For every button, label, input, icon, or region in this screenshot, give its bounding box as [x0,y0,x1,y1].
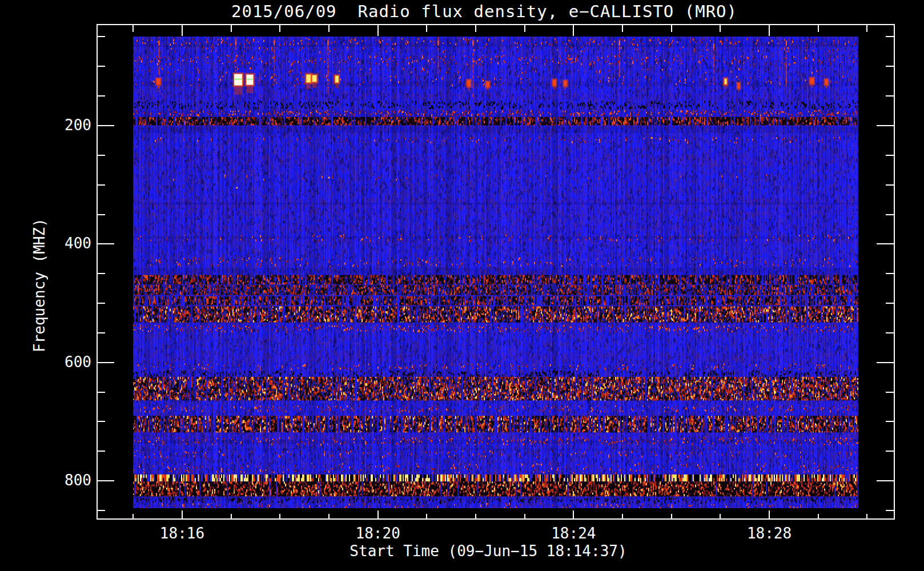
axis-tick [886,303,894,304]
axis-tick [97,421,105,422]
axis-tick [182,510,183,520]
axis-tick [97,66,105,67]
axis-tick [97,214,105,215]
axis-tick [97,184,105,186]
axis-tick [622,25,623,32]
axis-tick [524,25,525,32]
axis-tick [886,66,894,67]
axis-tick [769,510,770,520]
axis-tick [886,155,894,156]
axis-tick [182,25,183,36]
axis-tick [97,451,105,452]
axis-tick [886,184,894,186]
axis-tick [877,362,894,363]
x-tick-label: 18:24 [539,525,608,542]
axis-tick [328,25,330,32]
axis-tick [886,273,894,274]
axis-tick [877,243,894,244]
axis-tick [97,303,105,304]
axis-tick [769,25,770,36]
axis-tick [97,362,114,363]
axis-tick [524,514,525,520]
axis-tick [279,514,280,520]
axis-tick [97,155,105,156]
axis-tick [97,273,105,274]
axis-tick [886,451,894,452]
y-tick-label: 200 [32,116,91,134]
x-tick-label: 18:16 [148,525,216,542]
axis-tick [132,514,134,520]
axis-tick [97,36,105,37]
axis-tick [886,421,894,422]
axis-tick [671,25,672,32]
x-tick-label: 18:28 [735,525,804,542]
y-tick-label: 800 [32,472,91,489]
axis-tick [377,510,379,520]
axis-tick [231,25,232,32]
spectrogram-plot: 2015/06/09 Radio flux density, e−CALLIST… [0,0,924,571]
axis-tick [328,514,330,520]
axis-tick [818,25,819,32]
plot-frame [97,24,895,520]
axis-tick [720,25,721,32]
y-axis-title: Frequency (MHZ) [30,200,49,371]
axis-tick [886,36,894,37]
axis-tick [231,514,232,520]
axis-tick [573,25,574,36]
x-tick-label: 18:20 [344,525,412,542]
axis-tick [426,514,427,520]
axis-tick [877,125,894,126]
axis-tick [886,95,894,96]
axis-tick [622,514,623,520]
axis-tick [97,480,114,481]
axis-tick [279,25,280,32]
axis-tick [877,480,894,481]
axis-tick [97,125,114,126]
axis-tick [475,514,476,520]
axis-tick [720,514,721,520]
axis-tick [866,25,867,32]
axis-tick [97,392,105,393]
axis-tick [97,332,105,333]
axis-tick [886,510,894,511]
axis-tick [671,514,672,520]
axis-tick [377,25,379,36]
x-axis-title: Start Time (09−Jun−15 18:14:37) [97,542,879,560]
axis-tick [886,392,894,393]
axis-tick [818,514,819,520]
axis-tick [886,214,894,215]
axis-tick [97,510,105,511]
axis-tick [886,332,894,333]
chart-title: 2015/06/09 Radio flux density, e−CALLIST… [97,2,871,21]
axis-tick [475,25,476,32]
axis-tick [573,510,574,520]
axis-tick [97,243,114,244]
axis-tick [132,25,134,32]
axis-tick [426,25,427,32]
axis-tick [866,514,867,520]
axis-tick [97,95,105,96]
